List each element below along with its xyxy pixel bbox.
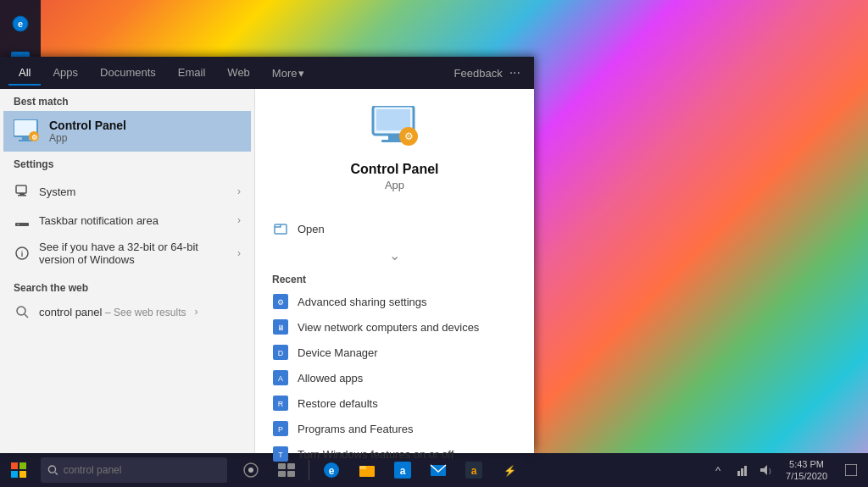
svg-rect-15 [18,195,26,196]
taskbar-search-input[interactable] [64,464,220,476]
recent-icon-2: D [272,344,289,361]
open-action[interactable]: Open [255,213,534,244]
svg-point-47 [48,466,55,473]
tray-show-hidden[interactable]: ^ [708,453,728,487]
svg-rect-23 [376,109,410,130]
recent-text-2: Device Manager [298,346,378,359]
settings-item-bitness[interactable]: i See if you have a 32-bit or 64-bit ver… [0,235,254,272]
recent-label: Recent [255,267,534,289]
svg-line-21 [25,314,28,318]
search-tabs-bar: All Apps Documents Email Web More ▾ Feed… [0,57,534,89]
svg-text:i: i [21,250,24,258]
recent-icon-1: 🖥 [272,318,289,335]
svg-rect-13 [16,185,26,193]
app-name-large: Control Panel [350,162,438,177]
svg-rect-67 [741,468,743,476]
recent-text-5: Programs and Features [298,423,414,435]
search-web-icon [14,303,31,320]
best-match-item[interactable]: ⚙ Control Panel App [3,111,251,152]
svg-text:⚙: ⚙ [403,130,413,142]
system-icon [14,183,31,200]
tab-more[interactable]: More ▾ [262,62,315,85]
svg-text:e: e [18,19,23,29]
tray-volume[interactable]: ) [755,453,776,487]
best-match-info: Control Panel App [49,119,126,144]
recent-item-1[interactable]: 🖥 View network computers and devices [255,314,534,340]
svg-text:P: P [278,425,283,434]
svg-point-20 [17,307,25,315]
info-icon: i [14,245,31,262]
recent-item-6[interactable]: T Turn Windows features on or off [255,441,534,467]
control-panel-icon-small: ⚙ [14,118,41,145]
taskbar-clock[interactable]: 5:43 PM 7/15/2020 [779,458,834,483]
svg-rect-53 [278,471,286,477]
svg-rect-14 [19,193,25,195]
recent-icon-4: R [272,395,289,412]
svg-point-50 [248,468,253,473]
left-panel: Best match ⚙ Control Panel [0,89,254,453]
recent-item-5[interactable]: P Programs and Features [255,416,534,441]
tray-network[interactable] [732,453,752,487]
arrow-icon-web: › [194,306,198,318]
settings-label: Settings [0,152,254,174]
expand-button[interactable]: ⌄ [255,244,534,267]
app-type-label: App [385,179,404,191]
search-content: Best match ⚙ Control Panel [0,89,534,453]
settings-item-system[interactable]: System › [0,177,254,206]
right-panel: ⚙ Control Panel App Open ⌄ Recent [254,89,534,453]
settings-item-taskbar[interactable]: Taskbar notification area › [0,206,254,235]
svg-rect-9 [22,136,29,140]
start-button[interactable] [0,453,37,487]
svg-rect-17 [17,224,19,225]
more-options-button[interactable]: ··· [504,65,526,80]
svg-rect-54 [287,471,295,477]
svg-text:T: T [278,451,283,459]
settings-list: System › Taskbar notification area › i [0,174,254,275]
tab-documents[interactable]: Documents [90,61,166,86]
recent-item-0[interactable]: ⚙ Advanced sharing settings [255,289,534,314]
tab-all[interactable]: All [8,61,41,86]
recent-text-6: Turn Windows features on or off [298,448,453,461]
svg-rect-45 [11,471,18,478]
recent-icon-6: T [272,445,289,462]
taskbar-search-icon [47,464,58,476]
web-search-item[interactable]: control panel – See web results › [0,297,254,326]
recent-icon-5: P [272,420,289,437]
svg-rect-43 [11,462,18,469]
svg-text:⚙: ⚙ [31,134,37,141]
settings-taskbar-text: Taskbar notification area [39,214,229,227]
svg-rect-68 [744,466,747,476]
taskbar-tray: ^ ) 5:43 PM 7/15/2020 [708,453,868,487]
sidebar-edge[interactable]: e [3,7,37,41]
recent-text-4: Restore defaults [298,397,378,410]
svg-text:D: D [278,349,284,357]
recent-item-4[interactable]: R Restore defaults [255,390,534,416]
svg-text:e: e [329,465,335,477]
notification-center-button[interactable] [837,453,865,487]
open-label: Open [298,223,325,235]
feedback-button[interactable]: Feedback [454,67,503,80]
recent-text-1: View network computers and devices [298,321,479,334]
tab-email[interactable]: Email [168,61,216,86]
windows-logo-icon [11,462,26,478]
tab-apps[interactable]: Apps [42,61,88,86]
open-icon [272,220,289,237]
best-match-label: Best match [0,89,254,111]
svg-text:a: a [400,465,406,477]
svg-text:🖥: 🖥 [277,324,285,332]
svg-marker-69 [760,465,767,475]
web-search-text: control panel – See web results [39,306,186,318]
taskbar-icon-setting [14,212,31,229]
best-match-type: App [49,132,126,144]
recent-text-3: Allowed apps [298,372,363,385]
app-icon-large: ⚙ [368,106,422,152]
recent-item-3[interactable]: A Allowed apps [255,365,534,390]
tab-web[interactable]: Web [217,61,260,86]
svg-text:): ) [769,467,771,474]
recent-icon-3: A [272,369,289,386]
svg-rect-66 [737,471,740,476]
svg-text:a: a [471,465,477,477]
recent-item-2[interactable]: D Device Manager [255,340,534,365]
arrow-icon-3: › [237,247,241,259]
taskbar-search-box[interactable] [41,457,227,483]
